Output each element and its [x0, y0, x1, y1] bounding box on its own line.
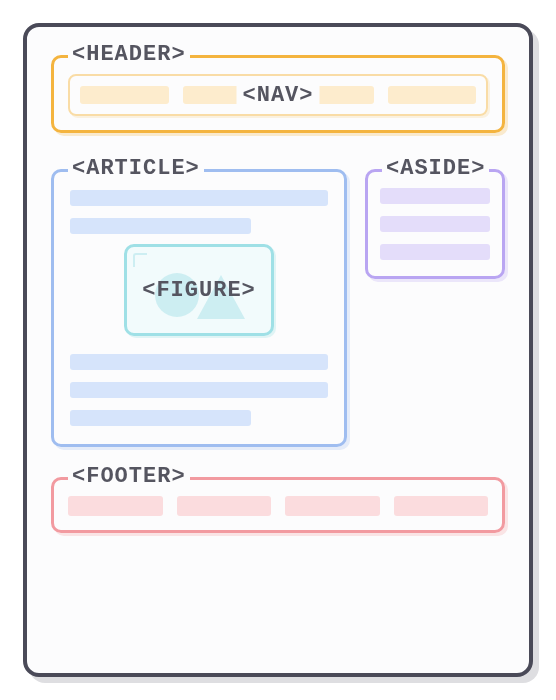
article-tag-label: <ARTICLE> [68, 158, 204, 180]
aside-line-placeholder [380, 244, 490, 260]
nav-item-placeholder [80, 86, 169, 104]
header-region: <HEADER> <NAV> [51, 55, 505, 133]
html-semantic-layout-diagram: <HEADER> <NAV> <ARTICLE> <FIGURE> [23, 23, 533, 677]
header-tag-label: <HEADER> [68, 44, 190, 66]
text-line-placeholder [70, 382, 328, 398]
footer-item-placeholder [285, 496, 380, 516]
nav-tag-label: <NAV> [236, 83, 319, 108]
figure-tag-label: <FIGURE> [142, 278, 256, 303]
footer-region: <FOOTER> [51, 477, 505, 533]
figure-region: <FIGURE> [124, 244, 274, 336]
text-line-placeholder [70, 218, 251, 234]
main-content-row: <ARTICLE> <FIGURE> <ASIDE> [51, 169, 505, 447]
aside-line-placeholder [380, 188, 490, 204]
aside-tag-label: <ASIDE> [382, 158, 489, 180]
text-line-placeholder [70, 190, 328, 206]
footer-item-placeholder [68, 496, 163, 516]
footer-item-placeholder [177, 496, 272, 516]
nav-region: <NAV> [68, 74, 488, 116]
footer-tag-label: <FOOTER> [68, 466, 190, 488]
aside-region: <ASIDE> [365, 169, 505, 279]
article-region: <ARTICLE> <FIGURE> [51, 169, 347, 447]
nav-item-placeholder [388, 86, 477, 104]
text-line-placeholder [70, 354, 328, 370]
text-line-placeholder [70, 410, 251, 426]
figure-corner-decoration [133, 253, 147, 267]
aside-line-placeholder [380, 216, 490, 232]
footer-item-placeholder [394, 496, 489, 516]
